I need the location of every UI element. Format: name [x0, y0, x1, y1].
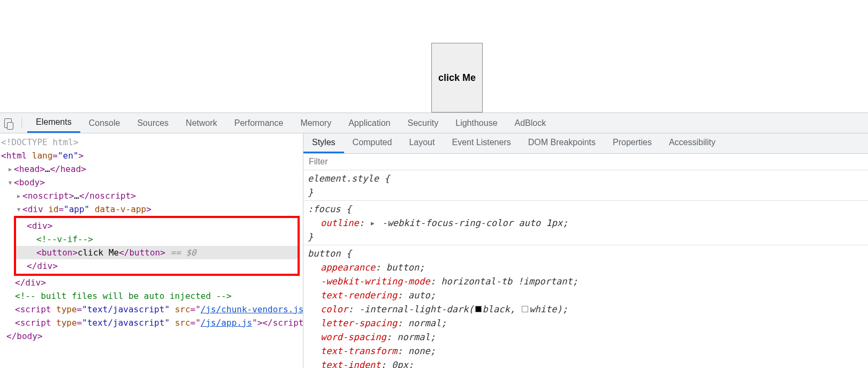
tab-console[interactable]: Console	[80, 114, 129, 132]
dom-app-div-close[interactable]: </div>	[0, 276, 303, 289]
tab-application[interactable]: Application	[340, 114, 399, 132]
styles-filter-input[interactable]	[309, 157, 863, 167]
styles-filter-row	[303, 154, 868, 170]
subtab-accessibility[interactable]: Accessibility	[660, 133, 724, 153]
tab-performance[interactable]: Performance	[226, 114, 292, 132]
dom-button-node[interactable]: <button>click Me</button> == $0	[16, 246, 298, 259]
rule-button[interactable]: button {	[308, 246, 864, 260]
devtools: Elements Console Sources Network Perform…	[0, 112, 868, 368]
rule-element-style[interactable]: element.style {	[308, 171, 864, 185]
dom-script2[interactable]: <script type="text/javascript" src="/js/…	[0, 316, 303, 329]
subtab-dom-breakpoints[interactable]: DOM Breakpoints	[520, 133, 604, 153]
swatch-white-icon[interactable]	[522, 306, 528, 312]
styles-pane: Styles Computed Layout Event Listeners D…	[303, 133, 868, 368]
devtools-toolbar: Elements Console Sources Network Perform…	[0, 113, 868, 133]
subtab-event-listeners[interactable]: Event Listeners	[443, 133, 519, 153]
subtab-layout[interactable]: Layout	[400, 133, 443, 153]
swatch-black-icon[interactable]	[475, 306, 482, 312]
decl-text-rendering[interactable]: text-rendering: auto;	[308, 288, 864, 302]
tab-elements[interactable]: Elements	[27, 113, 80, 133]
tab-security[interactable]: Security	[399, 114, 447, 132]
styles-rules[interactable]: element.style { } :focus { outline: ▸ -w…	[303, 170, 868, 368]
decl-text-transform[interactable]: text-transform: none;	[308, 344, 864, 358]
decl-color[interactable]: color: -internal-light-dark(black, white…	[308, 302, 864, 316]
styles-subtabs: Styles Computed Layout Event Listeners D…	[303, 133, 868, 154]
device-toggle-icon[interactable]	[0, 118, 16, 128]
dom-inner-div-close[interactable]: </div>	[16, 259, 298, 273]
click-me-button[interactable]: click Me	[431, 43, 483, 112]
subtab-properties[interactable]: Properties	[604, 133, 660, 153]
subtab-styles[interactable]: Styles	[303, 133, 344, 153]
tab-memory[interactable]: Memory	[292, 114, 340, 132]
dom-html-open[interactable]: <html lang="en">	[0, 149, 303, 162]
rule-focus[interactable]: :focus {	[308, 202, 864, 216]
decl-appearance[interactable]: appearance: button;	[308, 260, 864, 274]
tab-network[interactable]: Network	[177, 114, 226, 132]
dom-head[interactable]: ▸<head>…</head>	[0, 162, 303, 176]
decl-outline[interactable]: outline: ▸ -webkit-focus-ring-color auto…	[308, 216, 864, 230]
dom-built-comment[interactable]: <!-- built files will be auto injected -…	[0, 289, 303, 303]
rule-element-style-close: }	[308, 185, 864, 199]
dom-doctype[interactable]: <!DOCTYPE html>	[0, 136, 303, 149]
subtab-computed[interactable]: Computed	[344, 133, 401, 153]
tab-lighthouse[interactable]: Lighthouse	[447, 114, 506, 132]
tab-sources[interactable]: Sources	[128, 114, 177, 132]
decl-writing-mode[interactable]: -webkit-writing-mode: horizontal-tb !imp…	[308, 274, 864, 288]
toolbar-divider	[21, 118, 22, 129]
decl-letter-spacing[interactable]: letter-spacing: normal;	[308, 316, 864, 330]
dom-inner-div-open[interactable]: <div>	[16, 219, 298, 232]
decl-word-spacing[interactable]: word-spacing: normal;	[308, 330, 864, 344]
rule-focus-close: }	[308, 230, 864, 244]
dom-app-div[interactable]: ▾<div id="app" data-v-app>	[0, 202, 303, 216]
tab-adblock[interactable]: AdBlock	[506, 114, 555, 132]
dom-body-close[interactable]: </body>	[0, 329, 303, 343]
dom-vif-comment[interactable]: <!--v-if-->	[16, 232, 298, 246]
dom-body-open[interactable]: ▾<body>	[0, 176, 303, 189]
page-viewport: click Me	[0, 0, 868, 112]
decl-text-indent[interactable]: text-indent: 0px;	[308, 358, 864, 368]
dom-noscript[interactable]: ▸<noscript>…</noscript>	[0, 189, 303, 202]
highlight-box: <div> <!--v-if--> <button>click Me</butt…	[14, 216, 300, 276]
elements-dom-tree[interactable]: <!DOCTYPE html> <html lang="en"> ▸<head>…	[0, 133, 303, 368]
dom-script1[interactable]: <script type="text/javascript" src="/js/…	[0, 303, 303, 316]
